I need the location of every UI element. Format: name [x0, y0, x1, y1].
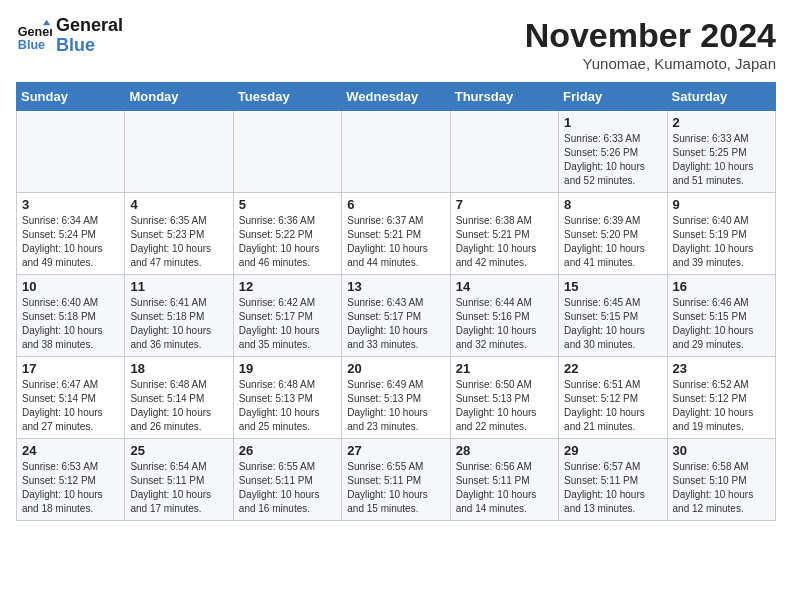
- header-section: General Blue General Blue November 2024 …: [16, 16, 776, 72]
- calendar-cell: [342, 111, 450, 193]
- header-day: Tuesday: [233, 83, 341, 111]
- calendar-cell: 18Sunrise: 6:48 AM Sunset: 5:14 PM Dayli…: [125, 357, 233, 439]
- day-number: 29: [564, 443, 661, 458]
- day-number: 1: [564, 115, 661, 130]
- calendar-cell: [450, 111, 558, 193]
- day-number: 15: [564, 279, 661, 294]
- day-info: Sunrise: 6:36 AM Sunset: 5:22 PM Dayligh…: [239, 214, 336, 270]
- day-number: 27: [347, 443, 444, 458]
- day-number: 12: [239, 279, 336, 294]
- day-info: Sunrise: 6:38 AM Sunset: 5:21 PM Dayligh…: [456, 214, 553, 270]
- day-number: 14: [456, 279, 553, 294]
- day-info: Sunrise: 6:55 AM Sunset: 5:11 PM Dayligh…: [347, 460, 444, 516]
- day-info: Sunrise: 6:42 AM Sunset: 5:17 PM Dayligh…: [239, 296, 336, 352]
- calendar-cell: 21Sunrise: 6:50 AM Sunset: 5:13 PM Dayli…: [450, 357, 558, 439]
- day-number: 16: [673, 279, 770, 294]
- day-number: 2: [673, 115, 770, 130]
- day-number: 5: [239, 197, 336, 212]
- calendar-cell: 16Sunrise: 6:46 AM Sunset: 5:15 PM Dayli…: [667, 275, 775, 357]
- day-info: Sunrise: 6:45 AM Sunset: 5:15 PM Dayligh…: [564, 296, 661, 352]
- day-info: Sunrise: 6:50 AM Sunset: 5:13 PM Dayligh…: [456, 378, 553, 434]
- day-info: Sunrise: 6:37 AM Sunset: 5:21 PM Dayligh…: [347, 214, 444, 270]
- day-number: 21: [456, 361, 553, 376]
- day-info: Sunrise: 6:55 AM Sunset: 5:11 PM Dayligh…: [239, 460, 336, 516]
- day-number: 4: [130, 197, 227, 212]
- day-info: Sunrise: 6:47 AM Sunset: 5:14 PM Dayligh…: [22, 378, 119, 434]
- day-info: Sunrise: 6:46 AM Sunset: 5:15 PM Dayligh…: [673, 296, 770, 352]
- day-info: Sunrise: 6:40 AM Sunset: 5:19 PM Dayligh…: [673, 214, 770, 270]
- header-day: Friday: [559, 83, 667, 111]
- day-info: Sunrise: 6:35 AM Sunset: 5:23 PM Dayligh…: [130, 214, 227, 270]
- month-year: November 2024: [525, 16, 776, 55]
- calendar-cell: 12Sunrise: 6:42 AM Sunset: 5:17 PM Dayli…: [233, 275, 341, 357]
- day-number: 25: [130, 443, 227, 458]
- calendar-cell: 13Sunrise: 6:43 AM Sunset: 5:17 PM Dayli…: [342, 275, 450, 357]
- header-day: Thursday: [450, 83, 558, 111]
- calendar-cell: 11Sunrise: 6:41 AM Sunset: 5:18 PM Dayli…: [125, 275, 233, 357]
- day-number: 17: [22, 361, 119, 376]
- day-info: Sunrise: 6:53 AM Sunset: 5:12 PM Dayligh…: [22, 460, 119, 516]
- header-day: Wednesday: [342, 83, 450, 111]
- day-number: 7: [456, 197, 553, 212]
- day-number: 3: [22, 197, 119, 212]
- day-info: Sunrise: 6:48 AM Sunset: 5:14 PM Dayligh…: [130, 378, 227, 434]
- calendar-cell: 9Sunrise: 6:40 AM Sunset: 5:19 PM Daylig…: [667, 193, 775, 275]
- title-section: November 2024 Yunomae, Kumamoto, Japan: [525, 16, 776, 72]
- calendar-cell: [17, 111, 125, 193]
- day-info: Sunrise: 6:57 AM Sunset: 5:11 PM Dayligh…: [564, 460, 661, 516]
- day-number: 8: [564, 197, 661, 212]
- day-info: Sunrise: 6:52 AM Sunset: 5:12 PM Dayligh…: [673, 378, 770, 434]
- calendar-cell: [125, 111, 233, 193]
- calendar-cell: 19Sunrise: 6:48 AM Sunset: 5:13 PM Dayli…: [233, 357, 341, 439]
- calendar-cell: 23Sunrise: 6:52 AM Sunset: 5:12 PM Dayli…: [667, 357, 775, 439]
- calendar-cell: 20Sunrise: 6:49 AM Sunset: 5:13 PM Dayli…: [342, 357, 450, 439]
- header-day: Sunday: [17, 83, 125, 111]
- day-number: 20: [347, 361, 444, 376]
- day-number: 6: [347, 197, 444, 212]
- day-number: 10: [22, 279, 119, 294]
- day-info: Sunrise: 6:48 AM Sunset: 5:13 PM Dayligh…: [239, 378, 336, 434]
- day-info: Sunrise: 6:43 AM Sunset: 5:17 PM Dayligh…: [347, 296, 444, 352]
- day-number: 9: [673, 197, 770, 212]
- header-day: Saturday: [667, 83, 775, 111]
- header-day: Monday: [125, 83, 233, 111]
- day-info: Sunrise: 6:34 AM Sunset: 5:24 PM Dayligh…: [22, 214, 119, 270]
- calendar-week: 17Sunrise: 6:47 AM Sunset: 5:14 PM Dayli…: [17, 357, 776, 439]
- calendar-week: 10Sunrise: 6:40 AM Sunset: 5:18 PM Dayli…: [17, 275, 776, 357]
- calendar-week: 3Sunrise: 6:34 AM Sunset: 5:24 PM Daylig…: [17, 193, 776, 275]
- calendar-cell: 29Sunrise: 6:57 AM Sunset: 5:11 PM Dayli…: [559, 439, 667, 521]
- day-info: Sunrise: 6:44 AM Sunset: 5:16 PM Dayligh…: [456, 296, 553, 352]
- day-info: Sunrise: 6:54 AM Sunset: 5:11 PM Dayligh…: [130, 460, 227, 516]
- svg-marker-2: [43, 20, 50, 25]
- day-number: 19: [239, 361, 336, 376]
- calendar-week: 24Sunrise: 6:53 AM Sunset: 5:12 PM Dayli…: [17, 439, 776, 521]
- calendar-cell: 26Sunrise: 6:55 AM Sunset: 5:11 PM Dayli…: [233, 439, 341, 521]
- day-info: Sunrise: 6:58 AM Sunset: 5:10 PM Dayligh…: [673, 460, 770, 516]
- calendar-cell: 1Sunrise: 6:33 AM Sunset: 5:26 PM Daylig…: [559, 111, 667, 193]
- calendar-cell: 2Sunrise: 6:33 AM Sunset: 5:25 PM Daylig…: [667, 111, 775, 193]
- day-number: 11: [130, 279, 227, 294]
- calendar-cell: 8Sunrise: 6:39 AM Sunset: 5:20 PM Daylig…: [559, 193, 667, 275]
- calendar-week: 1Sunrise: 6:33 AM Sunset: 5:26 PM Daylig…: [17, 111, 776, 193]
- logo-text: General Blue: [56, 16, 123, 56]
- calendar-cell: [233, 111, 341, 193]
- day-info: Sunrise: 6:56 AM Sunset: 5:11 PM Dayligh…: [456, 460, 553, 516]
- day-number: 26: [239, 443, 336, 458]
- day-info: Sunrise: 6:39 AM Sunset: 5:20 PM Dayligh…: [564, 214, 661, 270]
- day-number: 24: [22, 443, 119, 458]
- day-info: Sunrise: 6:51 AM Sunset: 5:12 PM Dayligh…: [564, 378, 661, 434]
- day-info: Sunrise: 6:41 AM Sunset: 5:18 PM Dayligh…: [130, 296, 227, 352]
- svg-text:Blue: Blue: [18, 37, 45, 51]
- calendar-cell: 27Sunrise: 6:55 AM Sunset: 5:11 PM Dayli…: [342, 439, 450, 521]
- calendar-cell: 4Sunrise: 6:35 AM Sunset: 5:23 PM Daylig…: [125, 193, 233, 275]
- day-number: 18: [130, 361, 227, 376]
- day-info: Sunrise: 6:33 AM Sunset: 5:25 PM Dayligh…: [673, 132, 770, 188]
- day-info: Sunrise: 6:33 AM Sunset: 5:26 PM Dayligh…: [564, 132, 661, 188]
- calendar-cell: 6Sunrise: 6:37 AM Sunset: 5:21 PM Daylig…: [342, 193, 450, 275]
- day-number: 23: [673, 361, 770, 376]
- logo: General Blue General Blue: [16, 16, 123, 56]
- calendar-cell: 28Sunrise: 6:56 AM Sunset: 5:11 PM Dayli…: [450, 439, 558, 521]
- day-number: 13: [347, 279, 444, 294]
- calendar-cell: 24Sunrise: 6:53 AM Sunset: 5:12 PM Dayli…: [17, 439, 125, 521]
- calendar-cell: 22Sunrise: 6:51 AM Sunset: 5:12 PM Dayli…: [559, 357, 667, 439]
